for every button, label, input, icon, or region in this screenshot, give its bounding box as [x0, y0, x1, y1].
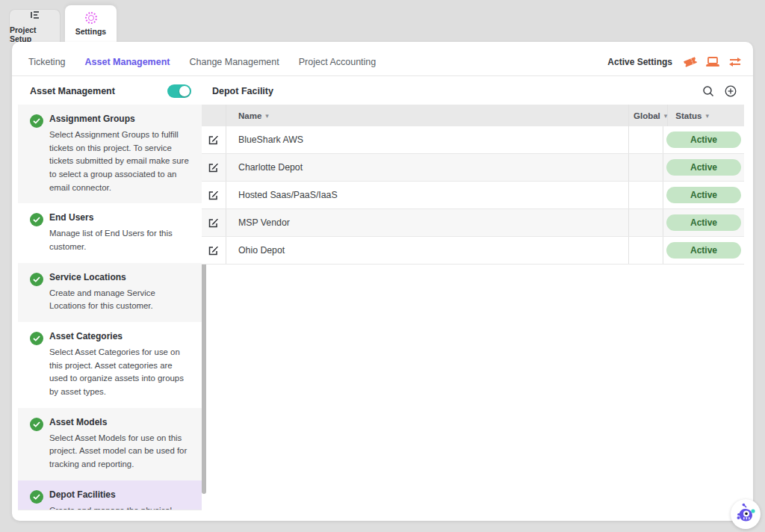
row-global — [629, 126, 663, 153]
sidebar: Asset Management Assignment Groups Selec… — [18, 78, 202, 511]
sidebar-item-assignment-groups[interactable]: Assignment Groups Select Assignment Grou… — [18, 105, 202, 203]
asset-management-toggle[interactable] — [167, 84, 191, 98]
sidebar-item-title: Asset Models — [49, 417, 191, 427]
edit-icon[interactable] — [208, 217, 219, 228]
sidebar-item-service-locations[interactable]: Service Locations Create and manage Serv… — [18, 263, 202, 322]
sidebar-item-title: Service Locations — [49, 272, 191, 282]
depot-facility-panel: Depot Facility Name ▾ Global ▾ — [202, 78, 744, 511]
panel-title: Depot Facility — [212, 86, 273, 96]
table-row[interactable]: BlueShark AWS Active — [202, 126, 744, 154]
row-name: BlueShark AWS — [226, 126, 629, 153]
sidebar-item-description: Select Asset Categories for use on this … — [49, 346, 191, 399]
tab-project-setup-label: Project Setup — [10, 25, 60, 43]
sidebar-item-description: Select Assignment Groups to fulfill tick… — [49, 129, 191, 194]
tab-settings-label: Settings — [75, 27, 106, 36]
sidebar-item-title: Assignment Groups — [49, 114, 191, 124]
laptop-icon[interactable] — [705, 55, 720, 69]
sidebar-item-title: Depot Facilities — [49, 489, 191, 500]
table-row[interactable]: Hosted Saas/PaaS/IaaS Active — [202, 182, 744, 209]
column-header-name[interactable]: Name — [238, 111, 261, 120]
status-badge: Active — [666, 242, 741, 259]
row-global — [629, 237, 663, 264]
check-circle-icon — [24, 272, 49, 313]
sidebar-item-asset-models[interactable]: Asset Models Select Asset Models for use… — [18, 408, 202, 480]
status-badge: Active — [666, 187, 741, 203]
row-global — [629, 154, 663, 181]
add-circle-icon[interactable] — [725, 85, 737, 97]
sidebar-item-description: Manage list of End Users for this custom… — [49, 227, 191, 253]
nav-row: Ticketing Asset Management Change Manage… — [12, 52, 753, 76]
sort-caret-icon[interactable]: ▾ — [265, 112, 269, 120]
column-header-global[interactable]: Global — [634, 111, 660, 120]
sidebar-item-asset-categories[interactable]: Asset Categories Select Asset Categories… — [18, 322, 202, 408]
swap-arrows-icon[interactable] — [728, 55, 743, 69]
nav-tab-change-management[interactable]: Change Management — [190, 57, 279, 67]
status-badge: Active — [666, 132, 741, 148]
sidebar-title: Asset Management — [30, 86, 115, 96]
panel-header: Depot Facility — [202, 78, 744, 105]
row-name: MSP Vendor — [226, 209, 629, 236]
check-circle-icon — [24, 489, 49, 510]
edit-icon[interactable] — [208, 245, 219, 256]
window-tabs: Project Setup Settings — [0, 0, 117, 43]
sidebar-item-title: End Users — [49, 212, 191, 223]
sort-caret-icon[interactable]: ▾ — [705, 112, 709, 120]
list-icon — [30, 9, 40, 22]
sidebar-item-depot-facilities[interactable]: Depot Facilities Create and manage the p… — [18, 480, 202, 510]
check-circle-icon — [24, 114, 49, 194]
edit-icon[interactable] — [208, 190, 219, 200]
search-icon[interactable] — [702, 85, 714, 97]
nav-tab-project-accounting[interactable]: Project Accounting — [299, 57, 377, 67]
row-name: Ohio Depot — [226, 237, 629, 264]
sidebar-list: Assignment Groups Select Assignment Grou… — [18, 105, 202, 510]
sort-caret-icon[interactable]: ▾ — [664, 112, 668, 120]
active-settings-label: Active Settings — [607, 57, 672, 67]
sidebar-item-description: Select Asset Models for use on this proj… — [49, 432, 191, 471]
ticket-icon[interactable] — [683, 55, 698, 69]
status-badge: Active — [666, 214, 741, 231]
edit-icon[interactable] — [208, 162, 219, 173]
tab-settings[interactable]: Settings — [65, 5, 117, 43]
row-global — [629, 182, 663, 208]
row-name: Charlotte Depot — [226, 154, 629, 181]
check-circle-icon — [24, 417, 49, 471]
sidebar-item-description: Create and manage Service Locations for … — [49, 287, 191, 313]
table-row[interactable]: Ohio Depot Active — [202, 237, 744, 265]
sidebar-header: Asset Management — [18, 78, 202, 105]
status-badge: Active — [666, 159, 741, 176]
table-header: Name ▾ Global ▾ Status ▾ — [202, 105, 744, 126]
nav-tab-ticketing[interactable]: Ticketing — [28, 57, 66, 67]
column-header-status[interactable]: Status — [675, 111, 701, 120]
sidebar-item-title: Asset Categories — [49, 331, 191, 341]
table-row[interactable]: MSP Vendor Active — [202, 209, 744, 237]
table-row[interactable]: Charlotte Depot Active — [202, 154, 744, 182]
edit-icon[interactable] — [208, 134, 219, 145]
row-name: Hosted Saas/PaaS/IaaS — [226, 182, 629, 208]
nav-tab-asset-management[interactable]: Asset Management — [85, 57, 170, 67]
sidebar-item-description: Create and manage the physical locations… — [49, 504, 191, 510]
check-circle-icon — [24, 331, 49, 399]
toggle-knob — [179, 86, 190, 96]
gear-icon — [85, 12, 97, 24]
chatbot-mascot-icon[interactable] — [731, 499, 761, 529]
settings-card: Ticketing Asset Management Change Manage… — [12, 42, 753, 521]
row-global — [629, 209, 663, 236]
tab-project-setup[interactable]: Project Setup — [9, 9, 61, 43]
sidebar-item-end-users[interactable]: End Users Manage list of End Users for t… — [18, 203, 202, 262]
check-circle-icon — [24, 212, 49, 253]
